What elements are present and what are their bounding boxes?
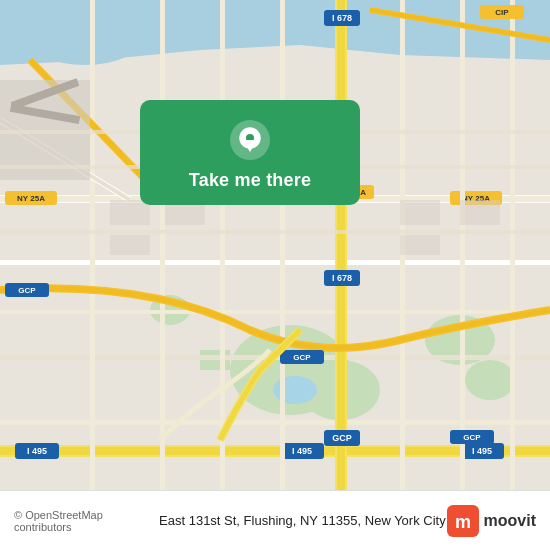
svg-point-9 bbox=[273, 376, 317, 404]
svg-text:I 495: I 495 bbox=[292, 446, 312, 456]
svg-rect-64 bbox=[110, 200, 150, 225]
svg-text:GCP: GCP bbox=[18, 286, 36, 295]
location-pin-icon bbox=[228, 118, 272, 162]
svg-text:GCP: GCP bbox=[293, 353, 311, 362]
bottom-bar: © OpenStreetMap contributors East 131st … bbox=[0, 490, 550, 550]
take-me-there-button[interactable]: Take me there bbox=[189, 170, 311, 191]
svg-text:I 678: I 678 bbox=[332, 273, 352, 283]
svg-text:I 678: I 678 bbox=[332, 13, 352, 23]
svg-text:CIP: CIP bbox=[495, 8, 509, 17]
svg-rect-21 bbox=[0, 420, 550, 425]
svg-point-2 bbox=[25, 5, 145, 65]
svg-rect-39 bbox=[90, 0, 95, 490]
svg-rect-18 bbox=[0, 260, 550, 265]
svg-rect-67 bbox=[400, 200, 440, 225]
svg-rect-42 bbox=[280, 0, 285, 490]
svg-rect-40 bbox=[160, 0, 165, 490]
svg-rect-63 bbox=[0, 230, 550, 234]
svg-rect-32 bbox=[337, 0, 345, 490]
svg-text:GCP: GCP bbox=[463, 433, 481, 442]
svg-rect-66 bbox=[110, 235, 150, 255]
moovit-icon: m bbox=[447, 505, 479, 537]
svg-point-6 bbox=[465, 360, 515, 400]
svg-rect-69 bbox=[460, 200, 500, 225]
moovit-label: moovit bbox=[484, 512, 536, 530]
moovit-logo: m moovit bbox=[447, 505, 536, 537]
map-container: NY 25A NY 25A NY 25A I 495 I 495 I 495 I… bbox=[0, 0, 550, 490]
svg-text:I 495: I 495 bbox=[472, 446, 492, 456]
svg-rect-45 bbox=[510, 0, 515, 490]
svg-rect-0 bbox=[0, 0, 550, 490]
svg-text:NY 25A: NY 25A bbox=[17, 194, 45, 203]
svg-rect-19 bbox=[0, 310, 550, 314]
svg-rect-44 bbox=[460, 0, 465, 490]
svg-rect-41 bbox=[220, 0, 225, 490]
svg-rect-68 bbox=[400, 235, 440, 255]
svg-text:GCP: GCP bbox=[332, 433, 352, 443]
map-svg: NY 25A NY 25A NY 25A I 495 I 495 I 495 I… bbox=[0, 0, 550, 490]
address-text: East 131st St, Flushing, NY 11355, New Y… bbox=[158, 513, 446, 528]
copyright-text: © OpenStreetMap contributors bbox=[14, 509, 158, 533]
location-card[interactable]: Take me there bbox=[140, 100, 360, 205]
svg-text:I 495: I 495 bbox=[27, 446, 47, 456]
svg-text:m: m bbox=[455, 512, 471, 532]
